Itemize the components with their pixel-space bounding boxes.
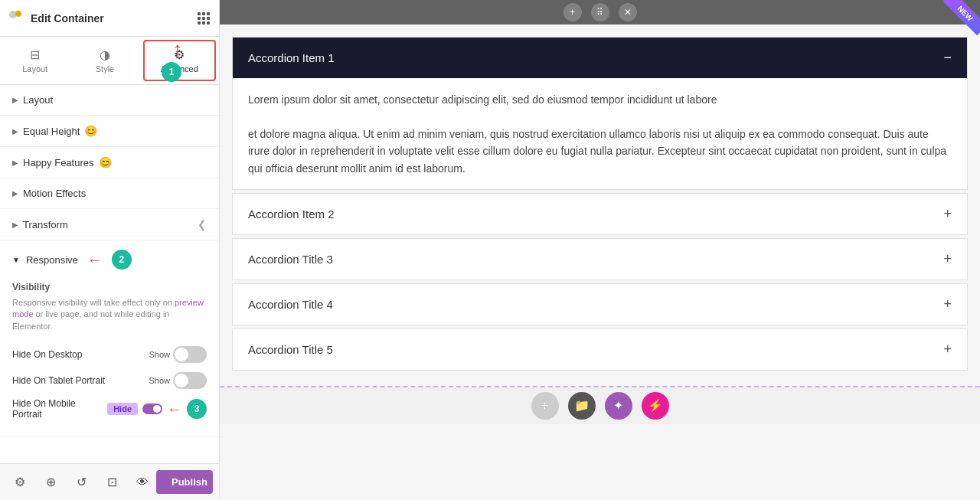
visibility-title: Visibility (12, 282, 207, 292)
section-responsive: ▼ Responsive ← 2 Visibility Responsive v… (0, 240, 219, 437)
section-motion-effects-label: Motion Effects (23, 188, 86, 199)
main-content: + ⠿ ✕ NEW Accordion Item 1 − Lorem ipsum… (220, 0, 980, 500)
arrow-left-step2: ← (87, 251, 103, 269)
hide-mobile-badge: Hide (107, 403, 138, 415)
accordion-item-3: Accordion Title 3 + (232, 238, 968, 280)
responsive-section-header[interactable]: ▼ Responsive ← 2 (12, 240, 207, 279)
hide-tablet-label: Hide On Tablet Portrait (12, 375, 105, 386)
visibility-note: Responsive visibility will take effect o… (12, 297, 207, 332)
accordion-item-5: Accordion Title 5 + (232, 328, 968, 371)
accordion-item-1: Accordion Item 1 − Lorem ipsum dolor sit… (232, 37, 968, 190)
hide-tablet-control: Show (149, 372, 207, 389)
section-layout-label: Layout (23, 94, 53, 106)
add-toolbar-btn[interactable]: + (564, 3, 582, 21)
accordion-title-2: Accordion Item 2 (248, 208, 335, 221)
accordion-plus-5: + (943, 342, 952, 358)
bottom-icons: ⚙ ⊕ ↺ ⊡ 👁 (6, 469, 156, 496)
happy-features-emoji: 😊 (99, 156, 112, 168)
hide-mobile-control: Hide ← 3 (107, 399, 207, 419)
visibility-note-text: Responsive visibility will take effect o… (12, 298, 175, 307)
chevron-icon-4: ▶ (12, 189, 18, 198)
accordion-plus-3: + (943, 251, 952, 267)
section-equal-height: ▶ Equal Height 😊 (0, 116, 219, 147)
section-happy-features-header[interactable]: ▶ Happy Features 😊 (0, 147, 219, 178)
sidebar-content: ▶ Layout ▶ Equal Height 😊 ▶ Happy Featur… (0, 85, 219, 463)
magic-icon[interactable]: ✦ (605, 392, 632, 420)
preview-bottom-icon[interactable]: 👁 (129, 469, 156, 496)
hide-tablet-toggle[interactable] (173, 372, 207, 389)
accordion-header-3[interactable]: Accordion Title 3 + (233, 239, 967, 279)
bottom-bar: ⚙ ⊕ ↺ ⊡ 👁 Publish ▲ (0, 463, 219, 500)
section-equal-height-label: Equal Height (23, 126, 80, 137)
visibility-note-suffix: or live page, and not while editing in E… (12, 309, 169, 330)
grid-menu-icon[interactable] (198, 12, 210, 25)
move-toolbar-btn[interactable]: ⠿ (591, 3, 609, 21)
chevron-icon-2: ▶ (12, 127, 18, 136)
arrow-up-indicator: ↑ (172, 39, 183, 60)
section-layout: ▶ Layout (0, 85, 219, 116)
sidebar-header: Edit Container (0, 0, 219, 37)
step-1-badge: 1 (162, 62, 181, 82)
tab-style-label: Style (96, 64, 114, 74)
ai-icon[interactable]: ⚡ (642, 392, 669, 420)
step-2-badge: 2 (112, 250, 132, 270)
layers-bottom-icon[interactable]: ⊕ (37, 469, 64, 496)
history-bottom-icon[interactable]: ↺ (67, 469, 95, 496)
add-element-icon[interactable]: + (531, 392, 559, 420)
accordion-title-3: Accordion Title 3 (248, 253, 333, 266)
bottom-content-bar: + 📁 ✦ ⚡ (220, 386, 980, 424)
responsive-label: Responsive (26, 254, 78, 266)
accordion-item-4: Accordion Title 4 + (232, 283, 968, 325)
new-badge: NEW (942, 0, 980, 36)
accordion-content-1: Lorem ipsum dolor sit amet, consectetur … (233, 78, 967, 189)
toggle-hide-desktop: Hide On Desktop Show (12, 342, 207, 368)
toggle-slider-desktop[interactable] (173, 346, 207, 363)
accordion-text-1: Lorem ipsum dolor sit amet, consectetur … (248, 91, 952, 177)
close-toolbar-btn[interactable]: ✕ (619, 3, 637, 21)
new-badge-container: NEW (926, 0, 980, 54)
section-motion-effects-header[interactable]: ▶ Motion Effects (0, 178, 219, 208)
toggle-thumb-mobile (153, 405, 161, 413)
accordion-header-1[interactable]: Accordion Item 1 − (233, 38, 967, 78)
tab-style[interactable]: ◑ Style (70, 37, 139, 84)
accordion-header-5[interactable]: Accordion Title 5 + (233, 329, 967, 370)
hide-mobile-toggle[interactable] (142, 404, 162, 414)
templates-bottom-icon[interactable]: ⊡ (98, 469, 126, 496)
arrow-left-step3: ← (167, 400, 182, 418)
publish-button-container: Publish ▲ (156, 470, 213, 494)
tab-layout-label: Layout (22, 64, 47, 74)
style-icon: ◑ (100, 47, 110, 62)
section-transform-label: Transform (23, 219, 68, 230)
sidebar: Edit Container ⊟ Layout ◑ Style ⚙ Advanc… (0, 0, 220, 500)
chevron-icon-5: ▶ (12, 221, 18, 229)
toggle-slider-tablet[interactable] (173, 372, 207, 389)
section-happy-features: ▶ Happy Features 😊 (0, 147, 219, 178)
hide-desktop-label: Hide On Desktop (12, 349, 82, 360)
publish-button[interactable]: Publish (156, 470, 213, 494)
accordion-plus-2: + (943, 206, 952, 222)
toggle-hide-mobile: Hide On Mobile Portrait Hide ← 3 (12, 394, 207, 424)
accordion-header-2[interactable]: Accordion Item 2 + (233, 194, 967, 234)
hide-desktop-badge: Show (149, 350, 170, 359)
chevron-icon-3: ▶ (12, 158, 18, 167)
toggle-hide-tablet: Hide On Tablet Portrait Show (12, 368, 207, 394)
hide-desktop-toggle[interactable] (173, 346, 207, 363)
content-toolbar: + ⠿ ✕ NEW (220, 0, 980, 25)
collapse-icon[interactable]: ❮ (198, 218, 207, 230)
sidebar-header-left: Edit Container (9, 11, 104, 26)
section-equal-height-header[interactable]: ▶ Equal Height 😊 (0, 116, 219, 146)
tab-layout[interactable]: ⊟ Layout (0, 37, 70, 84)
accordion-title-1: Accordion Item 1 (248, 51, 335, 64)
panel-title: Edit Container (31, 12, 104, 25)
chevron-down-icon: ▼ (12, 256, 20, 264)
folder-icon[interactable]: 📁 (568, 392, 596, 420)
accordion-header-4[interactable]: Accordion Title 4 + (233, 284, 967, 325)
accordion-item-2: Accordion Item 2 + (232, 193, 968, 235)
accordion-plus-4: + (943, 296, 952, 312)
hide-desktop-control: Show (149, 346, 207, 363)
section-motion-effects: ▶ Motion Effects (0, 178, 219, 209)
section-transform-header[interactable]: ▶ Transform ❮ (0, 209, 219, 240)
settings-bottom-icon[interactable]: ⚙ (6, 469, 34, 496)
app-logo (9, 11, 24, 26)
section-layout-header[interactable]: ▶ Layout (0, 85, 219, 115)
